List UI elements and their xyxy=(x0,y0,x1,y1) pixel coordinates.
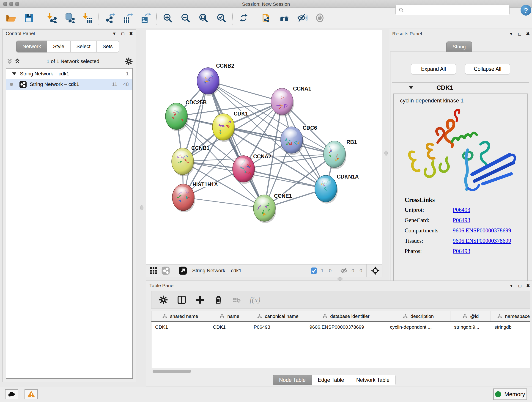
tab-network-table[interactable]: Network Table xyxy=(350,375,396,385)
delete-column-trash-icon[interactable] xyxy=(213,295,223,305)
delete-table-icon[interactable] xyxy=(232,295,242,305)
tab-sets[interactable]: Sets xyxy=(97,41,119,52)
crosslink-link[interactable]: P06493 xyxy=(453,217,470,223)
tab-style[interactable]: Style xyxy=(47,41,70,52)
search-input[interactable] xyxy=(404,7,507,13)
show-columns-icon[interactable] xyxy=(177,295,187,305)
table-cell: CDK1 xyxy=(209,322,250,332)
table-panel-close-icon[interactable]: ✖ xyxy=(526,283,530,288)
table-header-row: shared namenamecanonical namedatabase id… xyxy=(152,311,530,322)
zoom-out-button[interactable] xyxy=(180,12,191,24)
zoom-selected-button[interactable] xyxy=(215,12,227,24)
edge-CCNB2-HIST1H1A[interactable] xyxy=(183,81,208,197)
show-all-networks-button[interactable] xyxy=(278,12,290,24)
crosslink-link[interactable]: P06493 xyxy=(453,248,470,254)
results-tab-string[interactable]: String xyxy=(446,41,472,52)
function-builder-icon[interactable]: f(x) xyxy=(250,295,260,305)
import-network-button[interactable] xyxy=(45,12,57,24)
node-CCNE1[interactable]: CCNE1 xyxy=(253,193,292,223)
open-session-button[interactable] xyxy=(5,12,17,24)
zoom-fit-button[interactable] xyxy=(197,12,209,24)
search-box[interactable] xyxy=(395,5,510,15)
column-header-databaseidentifier[interactable]: database identifier xyxy=(306,311,386,321)
node-CCNB2[interactable]: CCNB2 xyxy=(197,63,234,96)
table-horizontal-scrollbar[interactable] xyxy=(152,370,531,373)
results-panel-float-icon[interactable]: ◻ xyxy=(518,32,521,36)
crosslink-link[interactable]: P06493 xyxy=(453,207,470,213)
node-CDK1[interactable]: CDK1 xyxy=(212,111,248,142)
export-network-button[interactable] xyxy=(104,12,115,24)
show-selected-button[interactable] xyxy=(314,12,326,24)
network-tree-item-row[interactable]: String Network – cdk1 11 48 xyxy=(6,79,133,89)
edge-CCNB2-CCNE1[interactable] xyxy=(208,81,264,208)
table-panel-float-icon[interactable]: ◻ xyxy=(518,283,522,288)
table-row[interactable]: CDK1CDK1P064939606.ENSP00000378699cyclin… xyxy=(152,322,530,332)
network-overview-icon[interactable] xyxy=(161,266,170,275)
warnings-button[interactable] xyxy=(25,389,38,399)
column-header-canonicalname[interactable]: canonical name xyxy=(250,311,306,321)
control-panel-menu-icon[interactable]: ▼ xyxy=(112,32,116,36)
export-table-button[interactable] xyxy=(121,12,133,24)
table-panel-menu-icon[interactable]: ▼ xyxy=(509,283,513,288)
node-RB1[interactable]: RB1 xyxy=(323,139,357,169)
column-header-label: name xyxy=(227,313,239,319)
network-view-toolbar: String Network – cdk1 1 – 0 0 – 0 xyxy=(146,264,382,277)
add-column-icon[interactable] xyxy=(195,295,205,305)
left-splitter-handle[interactable] xyxy=(140,205,143,211)
control-panel-float-icon[interactable]: ◻ xyxy=(121,32,125,36)
hide-selected-button[interactable] xyxy=(296,12,308,24)
expand-all-button[interactable]: Expand All xyxy=(411,64,456,75)
import-table-button[interactable] xyxy=(81,12,93,24)
node-CDKN1A[interactable]: CDKN1A xyxy=(315,174,359,204)
open-in-new-window-icon[interactable] xyxy=(178,266,187,275)
save-session-button[interactable] xyxy=(23,12,35,24)
entry-collapse-arrow-icon[interactable] xyxy=(409,86,413,89)
memory-button[interactable]: Memory xyxy=(493,389,527,400)
fit-content-crosshair-icon[interactable] xyxy=(371,266,380,275)
export-image-button[interactable] xyxy=(139,12,151,24)
refresh-button[interactable] xyxy=(238,12,250,24)
results-panel-menu-icon[interactable]: ▼ xyxy=(509,32,513,36)
tab-node-table[interactable]: Node Table xyxy=(273,375,312,385)
help-button[interactable]: ? xyxy=(520,5,531,16)
table-settings-gear-icon[interactable] xyxy=(158,295,168,305)
column-header-id[interactable]: @id xyxy=(450,311,491,321)
crosslink-link[interactable]: 9606.ENSP00000378699 xyxy=(453,227,511,234)
network-options-gear-icon[interactable] xyxy=(125,57,133,65)
column-header-name[interactable]: name xyxy=(209,311,250,321)
node-HIST1H1A[interactable]: HIST1H1A xyxy=(172,182,218,212)
crosslink-link[interactable]: 9606.ENSP00000378699 xyxy=(453,238,511,244)
tab-network[interactable]: Network xyxy=(16,41,47,52)
column-header-namespace[interactable]: namespace xyxy=(491,311,530,321)
birdseye-grid-icon[interactable] xyxy=(149,267,158,275)
node-CDC6[interactable]: CDC6 xyxy=(281,125,317,155)
scrollbar-thumb[interactable] xyxy=(152,370,191,373)
tree-expand-arrow-icon[interactable] xyxy=(12,72,16,75)
protein-structure-image xyxy=(399,108,527,195)
control-panel-close-icon[interactable]: ✖ xyxy=(129,32,133,36)
memory-label: Memory xyxy=(504,391,525,398)
zoom-in-button[interactable] xyxy=(162,12,174,24)
hidden-eye-slash-icon[interactable] xyxy=(340,267,348,274)
network-tree-root-row[interactable]: String Network – cdk1 1 xyxy=(6,69,133,79)
results-panel-close-icon[interactable]: ✖ xyxy=(526,32,530,36)
right-splitter-handle[interactable] xyxy=(385,151,388,156)
bottom-splitter-handle[interactable] xyxy=(337,277,342,281)
node-CCNA1[interactable]: CCNA1 xyxy=(271,86,311,116)
tab-select[interactable]: Select xyxy=(70,41,97,52)
collapse-all-chevron-icon[interactable] xyxy=(13,58,21,65)
collapse-all-button[interactable]: Collapse All xyxy=(465,64,510,75)
clone-network-button[interactable] xyxy=(260,12,272,24)
column-header-sharedname[interactable]: shared name xyxy=(152,311,209,321)
refresh-icon xyxy=(238,12,249,23)
cloud-icon xyxy=(7,390,16,399)
cloud-button[interactable] xyxy=(5,389,18,399)
import-database-button[interactable] xyxy=(63,12,75,24)
selected-checkbox-icon[interactable] xyxy=(310,267,317,274)
tab-edge-table[interactable]: Edge Table xyxy=(312,375,350,385)
network-canvas[interactable]: CCNB2CCNA1CDC25BCDK1CDC6RB1CCNB1CCNA2CDK… xyxy=(146,30,382,264)
gene-entry-header[interactable]: CDK1 xyxy=(392,83,529,93)
column-header-description[interactable]: description xyxy=(386,311,450,321)
edge-HIST1H1A-CCNE1[interactable] xyxy=(183,197,264,208)
expand-all-chevron-icon[interactable] xyxy=(6,58,13,65)
